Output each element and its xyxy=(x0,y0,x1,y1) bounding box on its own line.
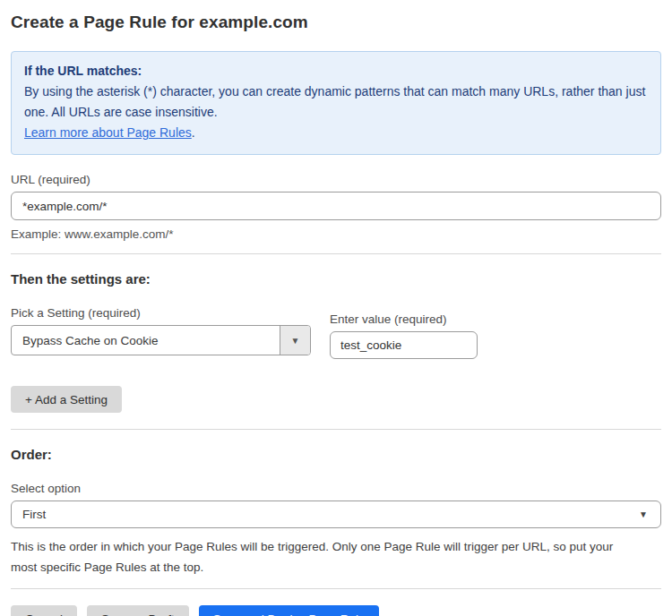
order-selected-value: First xyxy=(22,508,46,521)
link-period: . xyxy=(192,125,195,140)
pick-setting-selected-value: Bypass Cache on Cookie xyxy=(12,326,280,355)
create-page-rule-form: Create a Page Rule for example.com If th… xyxy=(0,0,672,616)
divider-after-settings xyxy=(11,429,661,430)
info-box-body: By using the asterisk (*) character, you… xyxy=(24,81,648,123)
pick-setting-label: Pick a Setting (required) xyxy=(11,306,311,320)
save-as-draft-button[interactable]: Save as Draft xyxy=(87,605,189,616)
enter-value-label: Enter value (required) xyxy=(330,312,478,326)
url-example-hint: Example: www.example.com/* xyxy=(11,227,661,241)
info-box-heading: If the URL matches: xyxy=(24,61,648,81)
enter-value-column: Enter value (required) xyxy=(330,312,478,359)
order-section-heading: Order: xyxy=(11,447,661,462)
order-help-text: This is the order in which your Page Rul… xyxy=(11,536,638,578)
settings-section-heading: Then the settings are: xyxy=(11,271,661,287)
settings-row: Pick a Setting (required) Bypass Cache o… xyxy=(11,306,661,359)
dropdown-arrow-cell[interactable]: ▼ xyxy=(280,326,310,355)
save-and-deploy-button[interactable]: Save and Deploy Page Rule xyxy=(199,605,380,616)
cancel-button[interactable]: Cancel xyxy=(11,605,77,616)
page-title: Create a Page Rule for example.com xyxy=(11,13,661,32)
pick-setting-column: Pick a Setting (required) Bypass Cache o… xyxy=(11,306,311,355)
info-box-link-line: Learn more about Page Rules. xyxy=(24,123,648,143)
order-select[interactable]: First ▼ xyxy=(11,500,661,528)
add-setting-button[interactable]: + Add a Setting xyxy=(11,386,122,413)
url-field-label: URL (required) xyxy=(11,173,661,186)
setting-value-input[interactable] xyxy=(330,331,478,359)
footer-actions: Cancel Save as Draft Save and Deploy Pag… xyxy=(11,605,661,616)
divider-before-footer xyxy=(11,588,661,589)
learn-more-link[interactable]: Learn more about Page Rules xyxy=(24,125,192,140)
order-select-label: Select option xyxy=(11,482,661,495)
url-matches-info-box: If the URL matches: By using the asteris… xyxy=(11,51,661,155)
chevron-down-icon: ▼ xyxy=(291,336,300,346)
divider-after-url xyxy=(11,253,661,254)
chevron-down-icon: ▼ xyxy=(639,509,648,519)
pick-setting-dropdown[interactable]: Bypass Cache on Cookie ▼ xyxy=(11,325,311,355)
url-input[interactable] xyxy=(11,192,661,220)
